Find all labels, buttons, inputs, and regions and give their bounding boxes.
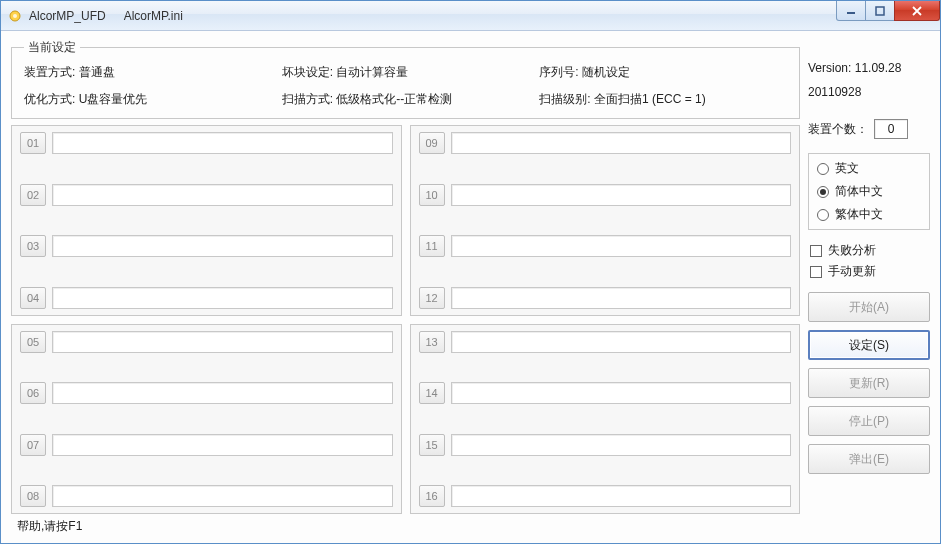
fail-analysis-checkbox[interactable]: 失败分析 — [810, 242, 930, 259]
checkbox-icon — [810, 245, 822, 257]
slot-row: 05 — [20, 331, 393, 353]
slot-panel-4: 13 14 15 16 — [410, 324, 801, 515]
slot-num[interactable]: 04 — [20, 287, 46, 309]
slot-field[interactable] — [451, 382, 792, 404]
date-line: 20110928 — [808, 85, 930, 99]
main-row: 当前设定 装置方式: 普通盘 坏块设定: 自动计算容量 序列号: 随机设定 优化… — [11, 39, 930, 514]
optimize-setting: 优化方式: U盘容量优先 — [24, 91, 272, 108]
checkbox-icon — [810, 266, 822, 278]
device-count-label: 装置个数： — [808, 121, 868, 138]
title-texts: AlcorMP_UFD AlcorMP.ini — [29, 9, 183, 23]
slot-row: 01 — [20, 132, 393, 154]
slot-num[interactable]: 16 — [419, 485, 445, 507]
slot-num[interactable]: 10 — [419, 184, 445, 206]
slot-row: 11 — [419, 235, 792, 257]
start-button[interactable]: 开始(A) — [808, 292, 930, 322]
version-line: Version: 11.09.28 — [808, 61, 930, 75]
title-primary: AlcorMP_UFD — [29, 9, 106, 23]
svg-rect-2 — [847, 12, 855, 14]
slot-field[interactable] — [52, 132, 393, 154]
slot-field[interactable] — [451, 132, 792, 154]
manual-update-checkbox[interactable]: 手动更新 — [810, 263, 930, 280]
slot-row: 07 — [20, 434, 393, 456]
slot-row: 04 — [20, 287, 393, 309]
lang-english-radio[interactable]: 英文 — [817, 160, 921, 177]
slot-row: 15 — [419, 434, 792, 456]
slot-num[interactable]: 15 — [419, 434, 445, 456]
title-secondary: AlcorMP.ini — [124, 9, 183, 23]
slot-field[interactable] — [451, 184, 792, 206]
minimize-button[interactable] — [836, 1, 866, 21]
slot-field[interactable] — [52, 485, 393, 507]
svg-point-1 — [13, 14, 17, 18]
slot-num[interactable]: 13 — [419, 331, 445, 353]
radio-icon — [817, 163, 829, 175]
slot-field[interactable] — [52, 235, 393, 257]
slot-row: 12 — [419, 287, 792, 309]
eject-button[interactable]: 弹出(E) — [808, 444, 930, 474]
slot-panel-2: 09 10 11 12 — [410, 125, 801, 316]
slot-row: 02 — [20, 184, 393, 206]
slot-panel-3: 05 06 07 08 — [11, 324, 402, 515]
slot-num[interactable]: 12 — [419, 287, 445, 309]
slot-num[interactable]: 07 — [20, 434, 46, 456]
update-button[interactable]: 更新(R) — [808, 368, 930, 398]
slot-field[interactable] — [451, 434, 792, 456]
slot-field[interactable] — [451, 331, 792, 353]
app-window: AlcorMP_UFD AlcorMP.ini 当前设定 装置方式: 普通盘 — [0, 0, 941, 544]
settings-legend: 当前设定 — [24, 39, 80, 56]
slot-num[interactable]: 05 — [20, 331, 46, 353]
scanmode-setting: 扫描方式: 低级格式化--正常检测 — [282, 91, 530, 108]
slot-row: 03 — [20, 235, 393, 257]
lang-traditional-radio[interactable]: 繁体中文 — [817, 206, 921, 223]
status-bar: 帮助,请按F1 — [11, 514, 930, 537]
slot-panel-1: 01 02 03 04 — [11, 125, 402, 316]
slot-num[interactable]: 08 — [20, 485, 46, 507]
device-count-row: 装置个数： 0 — [808, 119, 930, 139]
current-settings-group: 当前设定 装置方式: 普通盘 坏块设定: 自动计算容量 序列号: 随机设定 优化… — [11, 39, 800, 119]
device-count-value: 0 — [874, 119, 908, 139]
window-controls — [837, 1, 940, 21]
slot-field[interactable] — [451, 287, 792, 309]
slot-num[interactable]: 02 — [20, 184, 46, 206]
left-area: 当前设定 装置方式: 普通盘 坏块设定: 自动计算容量 序列号: 随机设定 优化… — [11, 39, 800, 514]
right-panel: Version: 11.09.28 20110928 装置个数： 0 英文 简体… — [808, 39, 930, 514]
language-group: 英文 简体中文 繁体中文 — [808, 153, 930, 230]
app-icon — [7, 8, 23, 24]
slot-field[interactable] — [52, 434, 393, 456]
radio-icon — [817, 186, 829, 198]
mount-setting: 装置方式: 普通盘 — [24, 64, 272, 81]
stop-button[interactable]: 停止(P) — [808, 406, 930, 436]
slot-field[interactable] — [451, 235, 792, 257]
close-button[interactable] — [894, 1, 940, 21]
radio-icon — [817, 209, 829, 221]
badblock-setting: 坏块设定: 自动计算容量 — [282, 64, 530, 81]
slot-num[interactable]: 03 — [20, 235, 46, 257]
slot-num[interactable]: 01 — [20, 132, 46, 154]
slot-field[interactable] — [451, 485, 792, 507]
slot-row: 09 — [419, 132, 792, 154]
content-area: 当前设定 装置方式: 普通盘 坏块设定: 自动计算容量 序列号: 随机设定 优化… — [1, 31, 940, 543]
settings-grid: 装置方式: 普通盘 坏块设定: 自动计算容量 序列号: 随机设定 优化方式: U… — [24, 64, 787, 108]
slot-num[interactable]: 09 — [419, 132, 445, 154]
setup-button[interactable]: 设定(S) — [808, 330, 930, 360]
slot-row: 10 — [419, 184, 792, 206]
serial-setting: 序列号: 随机设定 — [539, 64, 787, 81]
slot-field[interactable] — [52, 382, 393, 404]
slot-field[interactable] — [52, 184, 393, 206]
slot-field[interactable] — [52, 331, 393, 353]
slot-row: 14 — [419, 382, 792, 404]
slot-row: 16 — [419, 485, 792, 507]
scanlevel-setting: 扫描级别: 全面扫描1 (ECC = 1) — [539, 91, 787, 108]
slot-num[interactable]: 06 — [20, 382, 46, 404]
svg-rect-3 — [876, 7, 884, 15]
slot-row: 06 — [20, 382, 393, 404]
titlebar[interactable]: AlcorMP_UFD AlcorMP.ini — [1, 1, 940, 31]
slot-num[interactable]: 11 — [419, 235, 445, 257]
maximize-button[interactable] — [865, 1, 895, 21]
slot-num[interactable]: 14 — [419, 382, 445, 404]
slot-field[interactable] — [52, 287, 393, 309]
slot-grid: 01 02 03 04 09 10 11 12 05 06 07 — [11, 125, 800, 514]
lang-simplified-radio[interactable]: 简体中文 — [817, 183, 921, 200]
slot-row: 13 — [419, 331, 792, 353]
